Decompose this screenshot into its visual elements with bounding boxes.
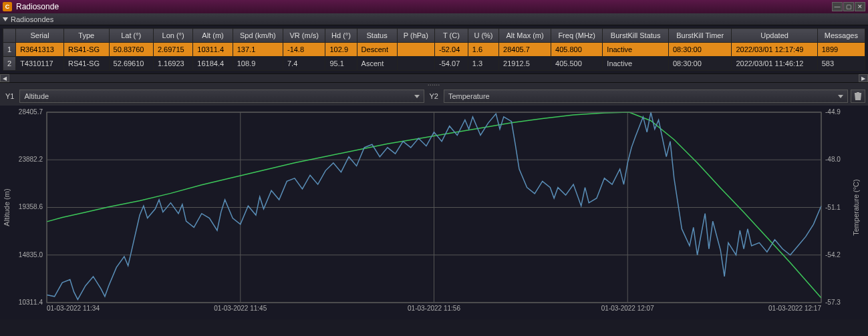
- table-cell: 1.3: [468, 57, 498, 71]
- axis-controls: Y1 Altitude Y2 Temperature: [0, 87, 868, 106]
- scroll-left-button[interactable]: ◀: [0, 74, 9, 82]
- table-cell: RS41-SG: [63, 43, 109, 57]
- svg-text:01-03-2022 12:17: 01-03-2022 12:17: [768, 305, 821, 312]
- column-header[interactable]: Alt (m): [193, 29, 233, 43]
- table-cell: 28405.7: [499, 43, 551, 57]
- table-cell: 08:30:00: [668, 43, 731, 57]
- svg-text:23882.2: 23882.2: [19, 156, 43, 163]
- horizontal-scrollbar[interactable]: ◀ ▶: [0, 73, 868, 83]
- table-cell: 405.800: [551, 43, 603, 57]
- collapse-icon: [3, 17, 8, 21]
- svg-text:Temperature (°C): Temperature (°C): [852, 179, 860, 235]
- column-header[interactable]: Serial: [16, 29, 64, 43]
- column-header[interactable]: Lon (°): [153, 29, 192, 43]
- row-number: 1: [3, 43, 16, 57]
- y2-axis-value: Temperature: [448, 92, 490, 100]
- maximize-button[interactable]: ▢: [843, 2, 854, 11]
- table-cell: 2022/03/01 12:17:49: [732, 43, 817, 57]
- svg-text:01-03-2022 11:56: 01-03-2022 11:56: [408, 305, 460, 312]
- table-row[interactable]: 2T4310117RS41-SG52.696101.1692316184.410…: [3, 57, 865, 71]
- table-cell: RS41-SG: [63, 57, 109, 71]
- radiosonde-table: SerialTypeLat (°)Lon (°)Alt (m)Spd (km/h…: [3, 28, 865, 71]
- svg-text:Altitude (m): Altitude (m): [3, 188, 11, 226]
- trash-icon: [854, 92, 862, 101]
- table-cell: 08:30:00: [668, 57, 731, 71]
- window-title: Radiosonde: [16, 2, 832, 11]
- svg-text:01-03-2022 11:45: 01-03-2022 11:45: [214, 305, 267, 312]
- panel-title: Radiosondes: [11, 15, 53, 23]
- table-cell: 583: [817, 57, 865, 71]
- titlebar: C Radiosonde — ▢ ✕: [0, 0, 868, 13]
- table-cell: 2.69715: [153, 43, 192, 57]
- column-header[interactable]: Freq (MHz): [551, 29, 603, 43]
- column-header[interactable]: BurstKill Timer: [668, 29, 731, 43]
- y2-label: Y2: [427, 92, 441, 100]
- table-cell: -14.8: [283, 43, 325, 57]
- delete-button[interactable]: [851, 90, 865, 103]
- table-cell: Inactive: [603, 57, 669, 71]
- table-cell: 50.83760: [109, 43, 153, 57]
- table-cell: R3641313: [16, 43, 64, 57]
- column-header[interactable]: VR (m/s): [283, 29, 325, 43]
- column-header[interactable]: Type: [63, 29, 109, 43]
- y1-axis-dropdown[interactable]: Altitude: [19, 90, 424, 103]
- minimize-button[interactable]: —: [832, 2, 843, 11]
- svg-text:-51.1: -51.1: [825, 204, 841, 211]
- column-header[interactable]: T (C): [435, 29, 468, 43]
- svg-text:28405.7: 28405.7: [19, 108, 43, 116]
- table-cell: 1899: [817, 43, 865, 57]
- table-cell: 137.1: [233, 43, 283, 57]
- column-header[interactable]: Messages: [817, 29, 865, 43]
- app-icon: C: [3, 2, 12, 11]
- table-cell: Ascent: [357, 57, 397, 71]
- column-header[interactable]: Lat (°): [109, 29, 153, 43]
- close-button[interactable]: ✕: [855, 2, 865, 11]
- scroll-track[interactable]: [9, 74, 859, 82]
- svg-text:-57.3: -57.3: [825, 299, 841, 306]
- table-cell: -52.04: [435, 43, 468, 57]
- column-header[interactable]: U (%): [468, 29, 498, 43]
- table-cell: T4310117: [16, 57, 64, 71]
- table-cell: 52.69610: [109, 57, 153, 71]
- row-number: 2: [3, 57, 16, 71]
- svg-text:10311.4: 10311.4: [19, 299, 43, 306]
- chevron-down-icon: [838, 95, 843, 98]
- table-cell: 1.6: [468, 43, 498, 57]
- y1-axis-value: Altitude: [24, 92, 49, 100]
- column-header[interactable]: BurstKill Status: [603, 29, 669, 43]
- chart-area[interactable]: 10311.414835.019358.623882.228405.7-57.3…: [0, 106, 868, 319]
- table-cell: 16184.4: [193, 57, 233, 71]
- table-cell: 1.16923: [153, 57, 192, 71]
- svg-text:-54.2: -54.2: [825, 251, 841, 259]
- radiosonde-table-wrap: SerialTypeLat (°)Lon (°)Alt (m)Spd (km/h…: [0, 25, 868, 73]
- svg-text:14835.0: 14835.0: [19, 251, 43, 259]
- column-header[interactable]: Hd (°): [325, 29, 357, 43]
- table-cell: 405.500: [551, 57, 603, 71]
- panel-header[interactable]: Radiosondes: [0, 13, 868, 25]
- svg-text:19358.6: 19358.6: [19, 203, 43, 210]
- y1-label: Y1: [3, 92, 17, 100]
- table-cell: 7.4: [283, 57, 325, 71]
- table-cell: 21912.5: [499, 57, 551, 71]
- scroll-right-button[interactable]: ▶: [859, 74, 868, 82]
- svg-text:01-03-2022 12:07: 01-03-2022 12:07: [601, 305, 654, 312]
- table-cell: -54.07: [435, 57, 468, 71]
- table-cell: 102.9: [325, 43, 357, 57]
- drag-dots-icon: ••••••: [428, 83, 440, 87]
- table-cell: 10311.4: [193, 43, 233, 57]
- column-header[interactable]: P (hPa): [397, 29, 434, 43]
- y2-axis-dropdown[interactable]: Temperature: [444, 90, 848, 103]
- column-header[interactable]: Status: [357, 29, 397, 43]
- table-cell: Inactive: [603, 43, 669, 57]
- chevron-down-icon: [414, 95, 420, 98]
- svg-text:-48.0: -48.0: [825, 156, 841, 163]
- column-header[interactable]: Spd (km/h): [233, 29, 283, 43]
- column-header[interactable]: Alt Max (m): [499, 29, 551, 43]
- table-cell: Descent: [357, 43, 397, 57]
- table-cell: 95.1: [325, 57, 357, 71]
- svg-text:-44.9: -44.9: [825, 108, 841, 116]
- table-row[interactable]: 1R3641313RS41-SG50.837602.6971510311.413…: [3, 43, 865, 57]
- table-cell: 2022/03/01 11:46:12: [732, 57, 817, 71]
- column-header[interactable]: Updated: [732, 29, 817, 43]
- table-cell: 108.9: [233, 57, 283, 71]
